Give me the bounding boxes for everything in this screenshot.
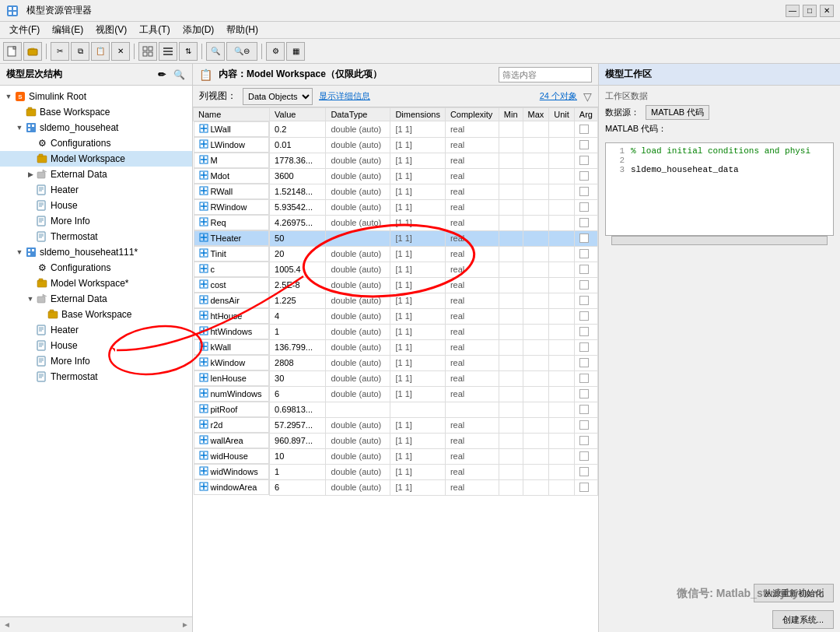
menu-help[interactable]: 帮助(H) [220,22,264,38]
row-checkbox[interactable] [579,327,589,336]
create-button[interactable]: 创建系统... [772,610,834,629]
cell-checkbox[interactable] [574,308,597,324]
cell-checkbox[interactable] [574,184,597,199]
maximize-button[interactable]: □ [803,5,817,17]
edit-icon[interactable]: ✏ [155,68,169,82]
filter-input[interactable] [499,67,592,83]
cell-checkbox[interactable] [574,121,597,138]
tree-item-sldemo-househeat[interactable]: ▼ sldemo_househeat [0,120,192,135]
cell-checkbox[interactable] [574,355,597,370]
row-checkbox[interactable] [579,374,589,383]
table-row[interactable]: Mdot 3600 double (auto) [1 1] real [194,168,598,184]
row-checkbox[interactable] [579,389,589,399]
row-checkbox[interactable] [579,420,589,430]
row-checkbox[interactable] [579,467,589,476]
tree-item-external-data-2[interactable]: ▼ External Data [0,291,192,307]
row-checkbox[interactable] [579,405,589,414]
close-button[interactable]: ✕ [820,5,834,17]
row-checkbox[interactable] [579,249,589,258]
cell-checkbox[interactable] [574,433,597,448]
open-button[interactable] [23,42,42,61]
tree-item-more-info-1[interactable]: ▶ More Info [0,213,192,229]
cell-checkbox[interactable] [574,448,597,464]
tree-item-simulink-root[interactable]: ▼ S Simulink Root [0,89,192,104]
cell-checkbox[interactable] [574,339,597,355]
tree-item-configurations-2[interactable]: ▶ ⚙ Configurations [0,260,192,276]
cell-checkbox[interactable] [574,137,597,153]
tree-item-more-info-2[interactable]: ▶ More Info [0,353,192,369]
paste-button[interactable]: 📋 [91,42,110,61]
grid-view-button[interactable] [138,42,157,61]
tree-item-thermostat-2[interactable]: ▶ Thermostat [0,369,192,384]
settings-button[interactable]: ⚙ [266,42,285,61]
table-row[interactable]: widHouse 10 double (auto) [1 1] real [194,448,598,464]
tree-item-model-workspace[interactable]: ▶ Model Workspace [0,151,192,167]
table-row[interactable]: LWindow 0.01 double (auto) [1 1] real [194,137,598,153]
cut-button[interactable]: ✂ [51,42,69,61]
delete-button[interactable]: ✕ [111,42,130,61]
obj-count[interactable]: 24 个对象 [540,90,577,102]
row-checkbox[interactable] [579,483,589,492]
cell-checkbox[interactable] [574,262,597,277]
minimize-button[interactable]: — [786,5,800,17]
view-select[interactable]: Data Objects [243,88,313,105]
zoom-in-button[interactable]: 🔍 [206,42,225,61]
table-row[interactable]: LWall 0.2 double (auto) [1 1] real [194,121,598,138]
table-row[interactable]: Tinit 20 double (auto) [1 1] real [194,246,598,262]
row-checkbox[interactable] [579,280,589,290]
col-arg[interactable]: Arg [574,108,597,121]
menu-view[interactable]: 视图(V) [89,22,133,38]
row-checkbox[interactable] [579,296,589,305]
table-row[interactable]: windowArea 6 double (auto) [1 1] real [194,479,598,495]
cell-checkbox[interactable] [574,464,597,479]
tree-item-sldemo-househeat111[interactable]: ▼ sldemo_househeat111* [0,244,192,260]
row-checkbox[interactable] [579,171,589,181]
table-row[interactable]: c 1005.4 double (auto) [1 1] real [194,262,598,277]
table-row[interactable]: r2d 57.2957... double (auto) [1 1] real [194,417,598,433]
col-datatype[interactable]: DataType [326,108,390,121]
search-icon[interactable]: 🔍 [172,68,186,82]
table-row[interactable]: RWindow 5.93542... double (auto) [1 1] r… [194,199,598,215]
row-checkbox[interactable] [579,342,589,352]
table-row[interactable]: densAir 1.225 double (auto) [1 1] real [194,293,598,308]
tree-item-house-2[interactable]: ▶ House [0,338,192,353]
row-checkbox[interactable] [579,436,589,445]
table-row[interactable]: cost 2.5E-8 double (auto) [1 1] real [194,277,598,293]
tree-item-base-workspace-root[interactable]: ▶ Base Workspace [0,104,192,120]
row-checkbox[interactable] [579,358,589,367]
row-checkbox[interactable] [579,451,589,461]
cell-checkbox[interactable] [574,215,597,230]
cell-checkbox[interactable] [574,324,597,339]
zoom-out-button[interactable]: 🔍⊖ [226,42,257,61]
tree-item-thermostat-1[interactable]: ▶ Thermostat [0,229,192,244]
table-row[interactable]: numWindows 6 double (auto) [1 1] real [194,386,598,402]
cell-checkbox[interactable] [574,153,597,168]
col-complexity[interactable]: Complexity [445,108,499,121]
col-unit[interactable]: Unit [549,108,575,121]
table-row[interactable]: htHouse 4 double (auto) [1 1] real [194,308,598,324]
col-max[interactable]: Max [523,108,549,121]
table-row[interactable]: M 1778.36... double (auto) [1 1] real [194,153,598,168]
table-row[interactable]: kWindow 2808 double (auto) [1 1] real [194,355,598,370]
sort-button[interactable]: ⇅ [179,42,198,61]
table-row[interactable]: htWindows 1 double (auto) [1 1] real [194,324,598,339]
table-row[interactable]: RWall 1.52148... double (auto) [1 1] rea… [194,184,598,199]
layout-button[interactable]: ▦ [286,42,305,61]
menu-add[interactable]: 添加(D) [177,22,221,38]
nav-left-icon[interactable]: ◄ [3,620,11,629]
col-name[interactable]: Name [194,108,270,121]
cell-checkbox[interactable] [574,386,597,402]
row-checkbox[interactable] [579,156,589,165]
tree-item-configurations-1[interactable]: ▶ ⚙ Configurations [0,135,192,151]
cell-checkbox[interactable] [574,199,597,215]
cell-checkbox[interactable] [574,246,597,262]
tree-item-base-workspace-2[interactable]: ▶ Base Workspace [0,307,192,322]
tree-item-heater-2[interactable]: ▶ Heater [0,322,192,338]
row-checkbox[interactable] [579,202,589,212]
cell-checkbox[interactable] [574,417,597,433]
row-checkbox[interactable] [579,265,589,274]
tree-item-heater-1[interactable]: ▶ Heater [0,182,192,198]
table-row[interactable]: wallArea 960.897... double (auto) [1 1] … [194,433,598,448]
filter-icon[interactable]: ▽ [583,90,592,103]
row-checkbox[interactable] [579,218,589,227]
